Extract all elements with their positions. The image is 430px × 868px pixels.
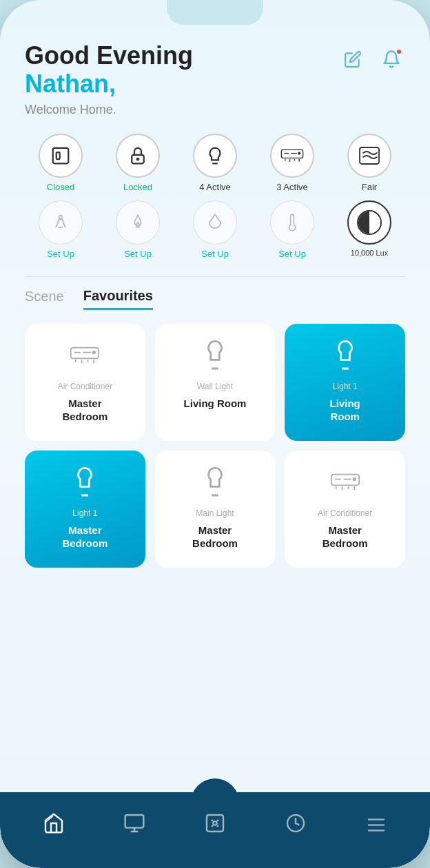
- fav-card-ac-master2[interactable]: Air Conditioner MasterBedroom: [285, 451, 405, 568]
- air-label: Fair: [362, 182, 377, 193]
- fav-icon-light-grey: [197, 338, 233, 373]
- nav-hub[interactable]: [194, 811, 236, 836]
- fav-icon-light-master-active: [67, 464, 103, 500]
- status-grid-row2: Set Up Set Up: [25, 200, 405, 260]
- fav-card-main-light[interactable]: Main Light MasterBedroom: [155, 451, 276, 568]
- header: Good Evening Nathan, Welcome Home.: [25, 41, 405, 117]
- fav-icon-main-light: [197, 464, 233, 500]
- status-door[interactable]: Closed: [25, 134, 96, 193]
- nav-schedule[interactable]: [275, 811, 316, 836]
- water-label: Set Up: [201, 249, 229, 260]
- fav-subtitle-ac-master: Air Conditioner: [58, 382, 112, 391]
- fav-subtitle-light1-master: Light 1: [72, 508, 97, 518]
- fav-icon-ac: [67, 338, 103, 373]
- motion-label: Set Up: [47, 249, 74, 260]
- ac-label: 3 Active: [276, 182, 308, 193]
- ac-icon-circle: [270, 134, 314, 178]
- svg-point-34: [213, 821, 216, 825]
- lux-label: 10,000 Lux: [351, 249, 388, 258]
- lux-icon-circle: [347, 200, 391, 245]
- status-fire[interactable]: Set Up: [102, 200, 174, 260]
- fav-subtitle-ac-master2: Air Conditioner: [318, 508, 372, 518]
- lights-icon-circle: [193, 134, 237, 178]
- fav-subtitle-light1-living: Light 1: [333, 382, 358, 391]
- door-label: Closed: [47, 182, 74, 193]
- greeting-line1: Good Evening: [25, 41, 339, 70]
- phone-shell: Good Evening Nathan, Welcome Home.: [0, 0, 430, 868]
- status-air[interactable]: Fair: [334, 134, 405, 193]
- status-lux[interactable]: 10,000 Lux: [334, 200, 405, 260]
- header-icons: [339, 41, 405, 73]
- notch: [167, 0, 263, 25]
- fav-card-wall-light[interactable]: Wall Light Living Room: [155, 324, 276, 441]
- svg-point-13: [59, 216, 63, 219]
- svg-point-11: [298, 152, 300, 154]
- menu-icon: [364, 811, 389, 836]
- lock-icon-circle: [116, 134, 160, 178]
- motion-icon-circle: [39, 200, 83, 245]
- favourites-grid: Air Conditioner MasterBedroom Wall Light…: [25, 324, 405, 568]
- svg-rect-0: [53, 148, 69, 164]
- schedule-icon: [283, 811, 308, 836]
- fire-icon-circle: [116, 200, 160, 245]
- svg-rect-30: [125, 815, 144, 828]
- status-lock[interactable]: Locked: [102, 134, 174, 193]
- fav-card-light1-master[interactable]: Light 1 MasterBedroom: [25, 451, 145, 568]
- fav-icon-light-active: [327, 338, 363, 373]
- water-icon-circle: [193, 200, 237, 245]
- fav-title-wall-light: Living Room: [184, 397, 247, 411]
- svg-rect-12: [360, 147, 379, 164]
- status-ac[interactable]: 3 Active: [256, 134, 328, 193]
- bottom-nav: [0, 792, 430, 868]
- air-icon-circle: [347, 134, 391, 178]
- edit-button[interactable]: [339, 45, 367, 73]
- hub-icon: [203, 811, 227, 836]
- nav-devices[interactable]: [114, 811, 155, 836]
- status-lights[interactable]: 4 Active: [179, 134, 251, 193]
- tabs: Scene Favourites: [25, 288, 405, 310]
- fav-title-ac-master: MasterBedroom: [62, 397, 108, 424]
- welcome-text: Welcome Home.: [25, 103, 339, 117]
- lights-label: 4 Active: [199, 182, 231, 193]
- notification-dot: [396, 48, 402, 55]
- nav-home[interactable]: [33, 811, 74, 836]
- status-water[interactable]: Set Up: [179, 200, 251, 260]
- fav-title-main-light: MasterBedroom: [192, 524, 238, 550]
- fav-title-light1-living: LivingRoom: [330, 397, 360, 424]
- main-content: Good Evening Nathan, Welcome Home.: [0, 0, 430, 792]
- svg-rect-33: [207, 815, 223, 831]
- status-temp[interactable]: Set Up: [256, 200, 328, 260]
- tab-scene[interactable]: Scene: [25, 289, 64, 309]
- notification-button[interactable]: [378, 45, 405, 73]
- nav-menu[interactable]: [356, 811, 397, 836]
- svg-point-3: [137, 158, 139, 161]
- fav-subtitle-main-light: Main Light: [196, 508, 234, 518]
- svg-point-29: [353, 478, 356, 481]
- status-grid-row1: Closed Locked: [25, 134, 405, 193]
- status-motion[interactable]: Set Up: [25, 200, 96, 260]
- lock-label: Locked: [123, 182, 152, 193]
- fav-icon-ac2: [327, 464, 363, 500]
- fav-card-light1-living[interactable]: Light 1 LivingRoom: [285, 324, 405, 441]
- svg-rect-1: [57, 152, 60, 159]
- header-title: Good Evening Nathan, Welcome Home.: [25, 41, 339, 117]
- fire-label: Set Up: [124, 249, 152, 260]
- home-icon: [41, 811, 66, 836]
- tab-favourites[interactable]: Favourites: [83, 288, 153, 310]
- greeting-line2: Nathan,: [25, 70, 339, 98]
- fav-subtitle-wall-light: Wall Light: [197, 382, 233, 391]
- svg-point-21: [93, 351, 96, 354]
- devices-icon: [122, 811, 147, 836]
- fav-title-ac-master2: MasterBedroom: [322, 524, 368, 550]
- door-icon-circle: [39, 134, 83, 178]
- temp-icon-circle: [270, 200, 314, 245]
- section-divider: [25, 276, 405, 277]
- screen: Good Evening Nathan, Welcome Home.: [0, 0, 430, 868]
- temp-label: Set Up: [278, 249, 306, 260]
- fav-card-ac-master[interactable]: Air Conditioner MasterBedroom: [25, 324, 145, 441]
- fav-title-light1-master: MasterBedroom: [62, 524, 108, 550]
